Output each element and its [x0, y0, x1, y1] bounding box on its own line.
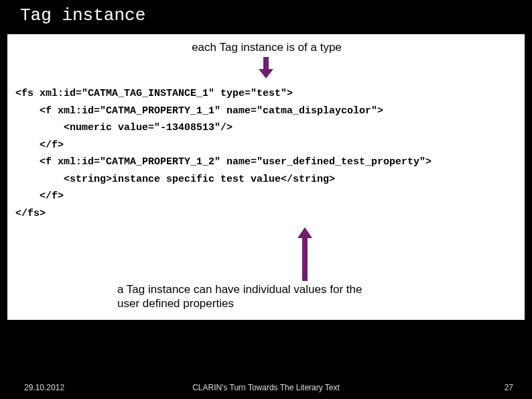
footer-subtitle: CLARIN's Turn Towards The Literary Text — [192, 383, 340, 392]
arrow-down-icon — [259, 57, 273, 78]
code-line: </f> — [15, 190, 64, 202]
caption-top: each Tag instance is of a type — [15, 41, 518, 54]
slide-title: Tag instance — [0, 0, 532, 32]
code-line: </fs> — [15, 208, 46, 219]
code-line: <string>instance specific test value</st… — [15, 174, 335, 185]
arrow-up-icon — [297, 227, 312, 281]
code-line: <fs xml:id="CATMA_TAG_INSTANCE_1" type="… — [15, 88, 293, 99]
code-line: <f xml:id="CATMA_PROPERTY_1_1" name="cat… — [15, 105, 383, 117]
caption-bottom: a Tag instance can have individual value… — [117, 282, 385, 311]
svg-marker-2 — [297, 227, 312, 238]
code-line: <numeric value="-13408513"/> — [15, 122, 232, 133]
svg-rect-0 — [263, 57, 269, 69]
svg-marker-1 — [259, 69, 273, 78]
content-panel: each Tag instance is of a type <fs xml:i… — [5, 32, 527, 322]
code-line: </f> — [15, 139, 64, 151]
svg-rect-3 — [302, 238, 308, 281]
code-block: <fs xml:id="CATMA_TAG_INSTANCE_1" type="… — [15, 85, 518, 222]
code-line: <f xml:id="CATMA_PROPERTY_1_2" name="use… — [15, 156, 431, 168]
footer-date: 29.10.2012 — [24, 383, 64, 392]
footer-page-number: 27 — [505, 383, 513, 392]
